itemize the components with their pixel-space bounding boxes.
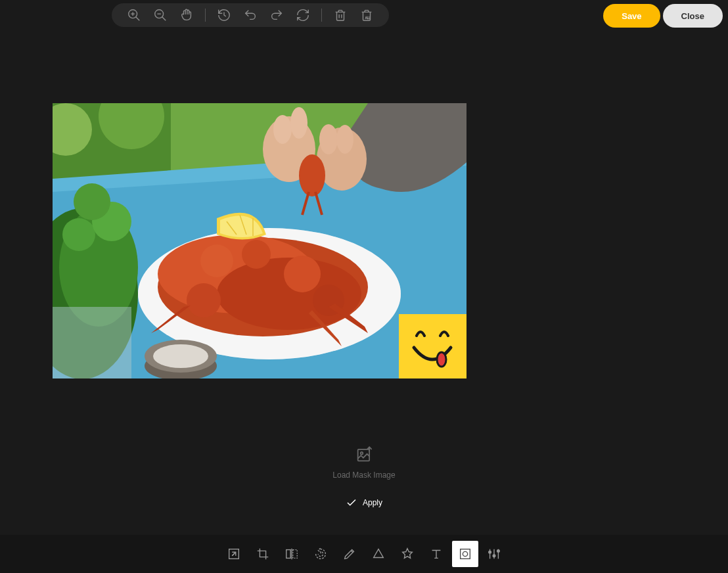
apply-label: Apply: [363, 498, 382, 507]
svg-rect-43: [399, 314, 466, 378]
mask-tool-icon[interactable]: [452, 541, 478, 567]
svg-point-25: [200, 244, 233, 277]
text-tool-icon[interactable]: [422, 541, 451, 567]
svg-point-39: [290, 107, 307, 139]
svg-point-29: [187, 283, 221, 317]
resize-tool-icon[interactable]: [219, 541, 248, 567]
svg-point-40: [319, 124, 338, 154]
svg-point-16: [62, 218, 95, 251]
svg-point-41: [336, 125, 353, 154]
draw-tool-icon[interactable]: [335, 541, 364, 567]
svg-point-27: [284, 256, 321, 292]
svg-point-56: [493, 555, 495, 557]
svg-point-38: [273, 115, 292, 144]
svg-point-58: [497, 550, 500, 553]
svg-point-54: [489, 551, 491, 553]
load-mask-button[interactable]: Load Mask Image: [332, 446, 395, 480]
image-canvas[interactable]: [53, 103, 466, 378]
flip-tool-icon[interactable]: [277, 541, 306, 567]
canvas-area: [0, 0, 728, 442]
icon-tool-icon[interactable]: [393, 541, 422, 567]
load-mask-label: Load Mask Image: [332, 470, 395, 480]
shape-tool-icon[interactable]: [364, 541, 393, 567]
rotate-tool-icon[interactable]: [306, 541, 335, 567]
svg-point-18: [74, 183, 110, 220]
edited-image: [53, 103, 466, 378]
bottom-toolbar: [0, 535, 728, 573]
mask-panel: Load Mask Image Apply: [0, 446, 728, 509]
svg-rect-51: [461, 549, 470, 559]
check-icon: [346, 497, 357, 509]
svg-point-42: [299, 154, 325, 196]
svg-rect-49: [293, 550, 297, 559]
svg-point-52: [463, 551, 467, 556]
svg-point-26: [242, 240, 271, 269]
apply-button[interactable]: Apply: [346, 497, 382, 509]
svg-rect-19: [53, 307, 131, 378]
svg-point-46: [361, 452, 363, 455]
svg-rect-48: [286, 550, 290, 559]
svg-point-35: [153, 344, 208, 368]
load-mask-icon: [355, 446, 373, 464]
svg-point-44: [437, 352, 446, 367]
filter-tool-icon[interactable]: [480, 541, 509, 567]
crop-tool-icon[interactable]: [248, 541, 277, 567]
